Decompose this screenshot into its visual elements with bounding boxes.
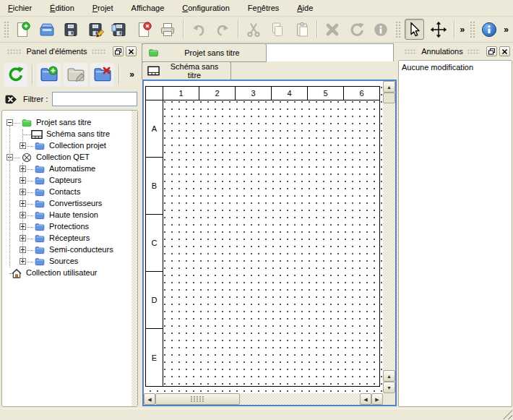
tree-item-r-cepteurs[interactable]: Récepteurs	[2, 233, 132, 244]
element-information-button[interactable]	[371, 19, 391, 40]
undo-panel-titlebar[interactable]: Annulations	[397, 43, 513, 59]
elements-panel-title: Panel d'éléments	[26, 47, 87, 56]
green-folder-icon	[21, 117, 33, 129]
edit-category-button[interactable]	[64, 63, 87, 87]
tree-item-semi-conducteurs[interactable]: Semi-conducteurs	[2, 244, 132, 256]
diagram-view[interactable]: 123456 ABCDE ▲ ▲ ▼ ◀ ◀ ▶	[142, 80, 397, 406]
tree-item-label: Collection utilisateur	[26, 268, 97, 277]
open-project-button[interactable]	[37, 19, 57, 40]
cut-button[interactable]	[243, 19, 264, 40]
copy-button[interactable]	[267, 19, 288, 40]
redo-button[interactable]	[213, 19, 233, 40]
scroll-left-button[interactable]: ◀	[144, 393, 155, 405]
tab-project[interactable]: Projet sans titre	[142, 43, 267, 62]
elements-tree: Projet sans titreSchéma sans titreCollec…	[1, 110, 138, 407]
toolbar-separator	[238, 20, 238, 38]
toolbar-drag-handle[interactable]	[4, 21, 9, 38]
menu-fichier[interactable]: Fichier	[2, 1, 38, 14]
scroll-up-button[interactable]: ▲	[383, 370, 395, 382]
tree-item-convertisseurs[interactable]: Convertisseurs	[2, 198, 132, 210]
save-button[interactable]	[61, 19, 82, 40]
tree-scrollbar-track[interactable]	[132, 111, 137, 406]
copy-icon	[269, 21, 286, 38]
select-arrow-icon	[405, 21, 423, 38]
save-all-icon	[111, 21, 128, 38]
dock-texture	[92, 49, 106, 54]
tree-item-collection-projet[interactable]: Collection projet	[2, 140, 132, 152]
undo-list-item[interactable]: Aucune modification	[399, 61, 512, 74]
diagram-information-button[interactable]	[479, 19, 499, 40]
qelectrotech-window: Fichier Édition Projet Affichage Configu…	[0, 0, 513, 420]
tree-line	[27, 215, 33, 216]
select-mode-button[interactable]	[405, 19, 425, 40]
menu-affichage[interactable]: Affichage	[126, 1, 171, 14]
close-file-button[interactable]	[134, 19, 154, 40]
tree-item-automatisme[interactable]: Automatisme	[2, 163, 132, 175]
tree-item-sch-ma-sans-titre[interactable]: Schéma sans titre	[2, 129, 132, 140]
new-document-button[interactable]	[13, 19, 33, 40]
print-button[interactable]	[158, 19, 178, 40]
save-as-button[interactable]	[85, 19, 105, 40]
close-panel-button[interactable]	[499, 46, 510, 56]
tree-item-projet-sans-titre[interactable]: Projet sans titre	[2, 117, 132, 129]
collapse-icon[interactable]	[7, 119, 13, 126]
diagram-canvas[interactable]: 123456 ABCDE	[144, 81, 383, 393]
vertical-scrollbar-thumb[interactable]	[383, 93, 395, 103]
rotate-button[interactable]	[347, 19, 367, 40]
menu-edition[interactable]: Édition	[44, 1, 80, 14]
close-panel-button[interactable]	[126, 46, 137, 56]
scroll-right-button[interactable]: ▶	[371, 393, 383, 405]
toolbar-overflow-button[interactable]: »	[501, 25, 512, 35]
schema-icon	[147, 66, 160, 76]
tree-item-label: Collection projet	[49, 141, 106, 150]
clear-filter-button[interactable]	[4, 94, 23, 105]
menu-bar: Fichier Édition Projet Affichage Configu…	[0, 0, 513, 17]
blue-folder-icon	[34, 244, 46, 256]
menu-projet[interactable]: Projet	[87, 1, 119, 14]
tree-line	[27, 204, 33, 205]
delete-category-button[interactable]	[90, 63, 114, 87]
menu-fenetres[interactable]: Fenêtres	[242, 1, 285, 14]
menu-configuration[interactable]: Configuration	[176, 1, 236, 14]
tree-item-protections[interactable]: Protections	[2, 221, 132, 233]
tree-item-label: Haute tension	[49, 210, 98, 219]
tree-line	[14, 123, 20, 124]
undo-button[interactable]	[189, 19, 209, 40]
scroll-up-button[interactable]: ▲	[383, 81, 395, 93]
row-header-D: D	[146, 272, 163, 329]
delete-button[interactable]	[322, 19, 342, 40]
horizontal-scrollbar-thumb[interactable]	[155, 393, 240, 405]
save-all-button[interactable]	[110, 19, 130, 40]
toolbar-drag-handle[interactable]	[470, 21, 475, 38]
tree-item-haute-tension[interactable]: Haute tension	[2, 210, 132, 221]
tree-line	[27, 181, 33, 181]
scroll-down-button[interactable]: ▼	[383, 382, 395, 393]
float-panel-button[interactable]	[113, 46, 124, 56]
tree-item-collection-utilisateur[interactable]: Collection utilisateur	[2, 267, 132, 279]
tree-item-contacts[interactable]: Contacts	[2, 187, 132, 198]
filter-input[interactable]	[52, 92, 137, 106]
new-category-button[interactable]	[37, 63, 61, 87]
tree-line	[27, 146, 33, 147]
tree-item-collection-qet[interactable]: Collection QET	[2, 152, 132, 163]
toolbar-overflow-button[interactable]: »	[457, 25, 467, 35]
reload-collections-button[interactable]	[4, 63, 27, 87]
tree-item-sources[interactable]: Sources	[2, 256, 132, 267]
float-panel-button[interactable]	[486, 46, 497, 56]
tab-schema[interactable]: Schéma sans titre	[142, 61, 231, 80]
scroll-mode-button[interactable]	[428, 19, 449, 40]
panel-toolbar-overflow-button[interactable]: »	[126, 69, 137, 80]
elements-panel-titlebar[interactable]: Panel d'éléments	[0, 43, 139, 59]
toolbar-drag-handle[interactable]	[395, 21, 400, 38]
tree-item-label: Convertisseurs	[49, 199, 102, 207]
paste-button[interactable]	[292, 19, 312, 40]
horizontal-scrollbar[interactable]: ◀ ◀ ▶	[144, 393, 383, 405]
vertical-scrollbar[interactable]: ▲ ▲ ▼	[383, 81, 395, 393]
resize-grip[interactable]	[503, 410, 512, 419]
menu-aide[interactable]: Aide	[291, 1, 319, 14]
tree-line	[14, 158, 20, 158]
scroll-left-button[interactable]: ◀	[360, 393, 371, 405]
tree-item-label: Projet sans titre	[36, 118, 91, 127]
scrollbar-corner	[383, 393, 395, 405]
tree-item-capteurs[interactable]: Capteurs	[2, 175, 132, 187]
